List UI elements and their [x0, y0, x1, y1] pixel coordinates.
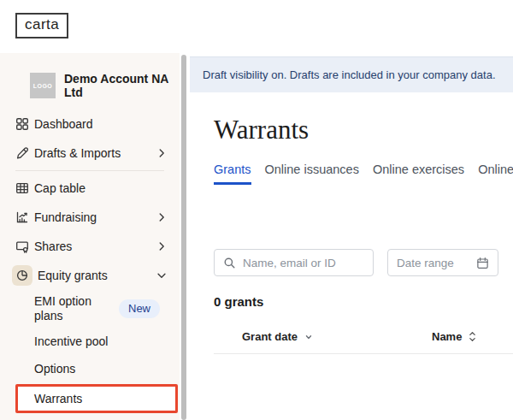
- sidebar-item-equity-grants[interactable]: Equity grants: [0, 261, 180, 290]
- sidebar-nav: Dashboard Drafts & Imports: [0, 109, 180, 413]
- search-icon: [223, 257, 236, 269]
- sidebar-item-drafts-imports[interactable]: Drafts & Imports: [0, 139, 180, 168]
- sidebar-subitem-label: EMI option plans: [34, 294, 107, 323]
- sidebar-item-label: Shares: [34, 240, 156, 253]
- sidebar: LOGO Demo Account NA Ltd Dashboard Draft…: [0, 53, 180, 420]
- table-header-row: Grant date Name: [190, 330, 513, 353]
- tab-online-cutoff[interactable]: Online: [478, 163, 513, 185]
- sidebar-item-label: Cap table: [34, 181, 168, 195]
- sidebar-item-label: Fundraising: [34, 210, 156, 224]
- account-name: Demo Account NA Ltd: [64, 72, 180, 99]
- sidebar-subitem-label: Options: [34, 362, 75, 376]
- column-header-grant-date[interactable]: Grant date: [242, 330, 313, 343]
- sidebar-item-label: Dashboard: [34, 117, 168, 131]
- sidebar-subitem-warrants[interactable]: Warrants: [15, 384, 178, 413]
- chevron-down-icon: [156, 269, 168, 281]
- sidebar-item-fundraising[interactable]: Fundraising: [0, 203, 180, 232]
- sidebar-item-cap-table[interactable]: Cap table: [0, 174, 180, 203]
- sidebar-subitem-emi-option-plans[interactable]: EMI option plans New: [0, 290, 180, 328]
- sidebar-item-label: Equity grants: [38, 269, 156, 282]
- sort-desc-icon: [304, 333, 313, 341]
- main-content: Draft visibility on. Drafts are included…: [190, 53, 513, 420]
- sidebar-scrollbar[interactable]: [181, 55, 186, 420]
- chevron-right-icon: [156, 147, 168, 159]
- table-header-divider: [214, 353, 513, 354]
- sidebar-item-label: Drafts & Imports: [34, 146, 156, 160]
- new-badge: New: [119, 299, 160, 318]
- chevron-right-icon: [156, 211, 168, 223]
- sidebar-subitem-options[interactable]: Options: [0, 355, 180, 382]
- sidebar-subitem-label: Incentive pool: [34, 334, 108, 348]
- sidebar-subitem-incentive-pool[interactable]: Incentive pool: [0, 328, 180, 355]
- sidebar-item-dashboard[interactable]: Dashboard: [0, 109, 180, 139]
- top-header: carta: [0, 0, 513, 53]
- page-title: Warrants: [214, 115, 309, 145]
- tab-online-exercises[interactable]: Online exercises: [373, 163, 464, 185]
- draft-visibility-banner: Draft visibility on. Drafts are included…: [190, 56, 513, 92]
- filter-row: [214, 249, 498, 276]
- carta-logo[interactable]: carta: [15, 13, 68, 38]
- search-field[interactable]: [214, 249, 374, 276]
- grants-count: 0 grants: [214, 294, 263, 309]
- search-input[interactable]: [243, 257, 364, 269]
- column-header-name[interactable]: Name: [432, 330, 476, 343]
- tab-grants[interactable]: Grants: [214, 163, 251, 185]
- date-range-field[interactable]: [387, 249, 498, 276]
- dashboard-grid-icon: [15, 117, 29, 131]
- pie-chart-icon: [12, 265, 32, 286]
- cap-table-icon: [15, 181, 29, 195]
- calendar-icon: [476, 257, 489, 269]
- sort-both-icon: [469, 331, 476, 342]
- account-logo-placeholder: LOGO: [30, 73, 56, 98]
- sidebar-subitem-label: Warrants: [34, 392, 82, 405]
- pen-icon: [15, 146, 29, 160]
- account-switcher[interactable]: LOGO Demo Account NA Ltd: [30, 72, 180, 99]
- chevron-right-icon: [156, 240, 168, 252]
- sidebar-item-shares[interactable]: Shares: [0, 232, 180, 261]
- sidebar-divider: [15, 170, 164, 171]
- fundraising-chart-icon: [15, 210, 29, 224]
- tab-bar: Grants Online issuances Online exercises…: [214, 163, 513, 185]
- date-range-input[interactable]: [397, 257, 471, 269]
- share-certificate-icon: [15, 240, 29, 253]
- banner-text: Draft visibility on. Drafts are included…: [203, 68, 496, 81]
- tab-online-issuances[interactable]: Online issuances: [265, 163, 359, 185]
